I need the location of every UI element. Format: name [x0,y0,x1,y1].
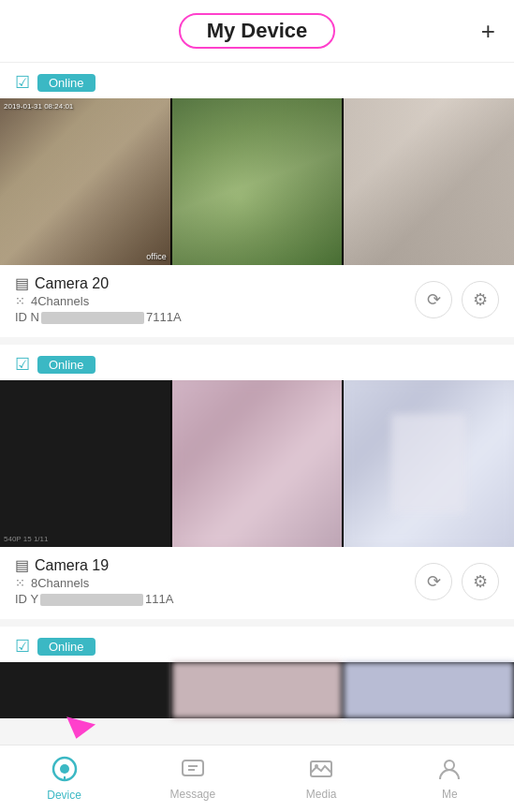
thumbnail-2-2[interactable] [172,380,343,547]
thumbnail-3-3[interactable] [344,662,514,718]
thumbnails-1[interactable]: 2019-01-31 08:24:01 office [0,98,514,265]
svg-point-1 [60,764,69,774]
device-card-3: ☑ Online [0,627,514,718]
svg-point-8 [445,760,454,770]
svg-rect-3 [183,760,203,775]
id-blur-2 [40,594,143,606]
action-buttons-2: ⟳ ⚙ [415,563,499,600]
nav-label-me: Me [442,788,458,801]
device-card-1: ☑ Online 2019-01-31 08:24:01 office ▤ Ca… [0,63,514,337]
channels-icon-2: ⁙ [15,576,25,590]
thumbnail-2-1[interactable]: 540P 15 1/11 [0,380,170,547]
playback-button-1[interactable]: ⟳ [415,281,452,318]
camera-name-1: ▤ Camera 20 [15,274,182,292]
device-id-1: ID N7111A [15,310,182,324]
channels-2: ⁙ 8Channels [15,576,173,590]
cam-label-1: office [146,252,166,261]
thumbnails-3[interactable] [0,662,514,718]
device-info-2: ▤ Camera 19 ⁙ 8Channels ID Y111A [15,556,173,606]
online-badge-2: Online [37,356,95,374]
action-buttons-1: ⟳ ⚙ [415,281,499,318]
thumbnail-1-2[interactable] [172,98,343,265]
online-badge-3: Online [37,638,95,656]
status-row-3: ☑ Online [0,627,514,662]
check-icon-2: ☑ [15,354,30,375]
page-title: My Device [179,13,336,49]
timestamp-1: 2019-01-31 08:24:01 [4,102,73,111]
thumbnail-3-1[interactable] [0,662,170,718]
monitor-icon-1: ▤ [15,274,29,292]
header: My Device + [0,0,514,63]
bottom-nav: Device Message Media Me [0,745,514,812]
status-row-2: ☑ Online [0,345,514,380]
check-icon-1: ☑ [15,72,30,93]
info-row-2: ▤ Camera 19 ⁙ 8Channels ID Y111A ⟳ ⚙ [0,547,514,606]
thumbnail-1-1[interactable]: 2019-01-31 08:24:01 office [0,98,170,265]
nav-label-media: Media [306,788,337,801]
device-id-2: ID Y111A [15,592,173,606]
device-info-1: ▤ Camera 20 ⁙ 4Channels ID N7111A [15,274,182,324]
online-badge-1: Online [37,74,95,92]
id-blur-1 [41,312,144,324]
device-card-2: ☑ Online 540P 15 1/11 ▤ Camera 19 [0,345,514,619]
device-nav-icon [51,756,78,786]
device-list: ☑ Online 2019-01-31 08:24:01 office ▤ Ca… [0,63,514,749]
channels-1: ⁙ 4Channels [15,294,182,308]
playback-button-2[interactable]: ⟳ [415,563,452,600]
settings-button-2[interactable]: ⚙ [462,563,499,600]
me-nav-icon [437,757,462,785]
thumbnail-1-3[interactable] [344,98,514,265]
nav-label-device: Device [47,789,81,802]
cam-label2-1: 540P 15 1/11 [4,535,48,543]
thumbnail-3-2[interactable] [172,662,343,718]
nav-item-media[interactable]: Media [257,757,386,801]
nav-item-me[interactable]: Me [386,757,514,801]
media-nav-icon [309,757,333,785]
nav-item-message[interactable]: Message [128,757,257,801]
message-nav-icon [181,757,205,785]
info-row-1: ▤ Camera 20 ⁙ 4Channels ID N7111A ⟳ ⚙ [0,265,514,324]
channels-icon-1: ⁙ [15,294,25,308]
thumbnail-2-3[interactable] [344,380,514,547]
nav-label-message: Message [170,788,216,801]
thumbnails-2[interactable]: 540P 15 1/11 [0,380,514,547]
status-row-1: ☑ Online [0,63,514,98]
settings-button-1[interactable]: ⚙ [462,281,499,318]
nav-item-device[interactable]: Device [0,756,128,802]
svg-point-7 [315,764,318,768]
add-device-button[interactable]: + [481,17,495,46]
monitor-icon-2: ▤ [15,556,29,574]
camera-name-2: ▤ Camera 19 [15,556,173,574]
check-icon-3: ☑ [15,636,30,657]
